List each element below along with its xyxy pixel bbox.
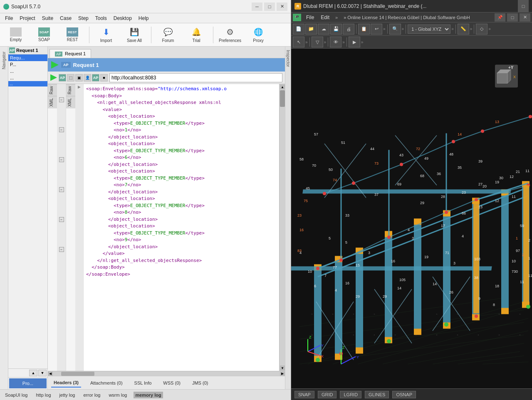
- tree-item-p[interactable]: P...: [8, 61, 47, 68]
- url-icon-2[interactable]: ⬚: [67, 74, 74, 81]
- xml-code-area[interactable]: <soap:Envelope xmlns:soap="http://schema…: [84, 84, 279, 371]
- menu-file[interactable]: File: [2, 15, 16, 22]
- fold-btn-2[interactable]: −: [59, 127, 64, 132]
- svg-text:12: 12: [495, 199, 499, 203]
- jetty-log[interactable]: jetty log: [58, 392, 77, 398]
- svg-text:38: 38: [474, 276, 478, 280]
- proxy-icon: 🌐: [253, 27, 264, 37]
- request-tab-active[interactable]: AP Request 1: [49, 49, 91, 58]
- raw-tab-right[interactable]: Raw: [66, 84, 75, 96]
- url-icon-5[interactable]: AP: [92, 74, 99, 81]
- close-button[interactable]: ✕: [277, 2, 287, 11]
- maximize-button[interactable]: □: [264, 2, 275, 11]
- rfem-tool-save[interactable]: 💾: [330, 24, 342, 35]
- pro-button[interactable]: Pro...: [9, 378, 47, 388]
- vertical-scrollbar[interactable]: ▲ ▼: [279, 84, 285, 371]
- soap-button[interactable]: SOAP SOAP: [32, 25, 57, 45]
- url-icon-3[interactable]: ▣: [75, 74, 83, 81]
- rfem-tool-print[interactable]: 🖨: [343, 24, 354, 35]
- tree-scroll-up[interactable]: ▲: [29, 370, 37, 376]
- url-icon-4[interactable]: 👤: [84, 74, 91, 81]
- rfem-view-dropdown[interactable]: 1 - Global XYZ: [408, 25, 450, 34]
- xml-tab-left[interactable]: XML: [48, 96, 57, 109]
- fold-btn-6[interactable]: −: [59, 247, 64, 252]
- proxy-button[interactable]: 🌐 Proxy: [246, 25, 271, 45]
- memory-log[interactable]: memory log: [134, 392, 163, 398]
- fold-btn-1[interactable]: −: [59, 97, 64, 102]
- rfem-tool-filter[interactable]: ▽: [312, 37, 323, 47]
- rfem-tool-diamond[interactable]: ◇: [476, 24, 487, 35]
- fold-btn-3[interactable]: −: [59, 157, 64, 162]
- xml-tab-right[interactable]: XML: [66, 96, 75, 109]
- menu-suite[interactable]: Suite: [39, 15, 57, 22]
- rfem-tool-run[interactable]: ▶: [349, 37, 360, 47]
- snap-button[interactable]: SNAP: [294, 391, 314, 398]
- headers-tab[interactable]: Headers (3): [51, 378, 81, 388]
- svg-point-8: [457, 334, 458, 336]
- rfem-maximize[interactable]: □: [518, 2, 529, 10]
- rfem-ruler-more: »: [470, 27, 473, 31]
- url-icon-1[interactable]: AP: [59, 74, 66, 81]
- scroll-down-arrow[interactable]: ▼: [280, 365, 285, 370]
- save-all-button[interactable]: 💾 Save All: [122, 25, 147, 45]
- tree-item-request[interactable]: Requ...: [8, 54, 47, 61]
- minimize-button[interactable]: ─: [252, 2, 262, 11]
- osnap-button[interactable]: OSNAP: [392, 391, 416, 398]
- rfem-x-btn[interactable]: ✕: [520, 13, 530, 22]
- rfem-tool-folder[interactable]: 📁: [305, 24, 317, 35]
- glines-button[interactable]: GLINES: [365, 391, 389, 398]
- ssl-tab[interactable]: SSL Info: [132, 379, 154, 387]
- url-icon-6[interactable]: ■: [100, 74, 108, 81]
- rfem-tool-arrow[interactable]: ↩: [371, 24, 382, 35]
- rfem-tool-cloud[interactable]: ☁: [318, 24, 329, 35]
- svg-text:+Y: +Y: [508, 65, 514, 70]
- rfem-menu-file[interactable]: File: [303, 14, 317, 21]
- preferences-button[interactable]: ⚙ Preferences: [218, 25, 242, 45]
- wss-tab[interactable]: WSS (0): [161, 379, 183, 387]
- fold-btn-5[interactable]: −: [59, 217, 64, 222]
- rfem-tool-view2[interactable]: 👁: [330, 37, 341, 47]
- menu-help[interactable]: Help: [135, 15, 152, 22]
- lgrid-button[interactable]: LGRID: [340, 391, 361, 398]
- raw-tab-left[interactable]: Raw: [48, 84, 57, 96]
- rfem-menu-edit[interactable]: Edit: [317, 14, 333, 21]
- horizontal-scrollbar[interactable]: ◀ ▶: [48, 371, 285, 376]
- run-url-button[interactable]: [50, 74, 57, 81]
- rfem-dock-btn[interactable]: 📌: [495, 13, 505, 22]
- rfem-float-btn[interactable]: □: [507, 13, 518, 22]
- rfem-tool-cursor[interactable]: ↖: [293, 37, 304, 47]
- http-log[interactable]: http log: [34, 392, 52, 398]
- menu-step[interactable]: Step: [75, 15, 92, 22]
- grid-button[interactable]: GRID: [318, 391, 337, 398]
- soapui-log[interactable]: SoapUI log: [3, 392, 29, 398]
- tree-scroll-down[interactable]: ▼: [38, 370, 47, 376]
- run-request-button[interactable]: [51, 61, 59, 69]
- forum-button[interactable]: 💬 Forum: [156, 25, 181, 45]
- jms-tab[interactable]: JMS (0): [190, 379, 211, 387]
- menu-desktop[interactable]: Desktop: [110, 15, 135, 22]
- svg-text:4: 4: [335, 288, 337, 292]
- rfem-tool-copy[interactable]: 📋: [358, 24, 370, 35]
- attachments-tab[interactable]: Attachments (0): [88, 379, 125, 387]
- fold-btn-4[interactable]: −: [59, 187, 64, 192]
- menu-project[interactable]: Project: [16, 15, 38, 22]
- rest-button[interactable]: REST REST: [60, 25, 85, 45]
- rfem-tool-zoom[interactable]: 🔍: [389, 24, 401, 35]
- menu-tools[interactable]: Tools: [92, 15, 110, 22]
- tree-item-1[interactable]: ...: [8, 68, 47, 74]
- rfem-tool-ruler[interactable]: 📏: [458, 24, 469, 35]
- menu-case[interactable]: Case: [57, 15, 75, 22]
- scroll-up-arrow[interactable]: ▲: [280, 84, 285, 89]
- tree-item-2[interactable]: ...: [8, 74, 47, 81]
- trial-button[interactable]: 🔔 Trial: [184, 25, 209, 45]
- scroll-left-arrow[interactable]: ◀: [48, 372, 53, 376]
- scroll-right-arrow[interactable]: ▶: [280, 372, 285, 376]
- import-button[interactable]: ⬇ Import: [94, 25, 119, 45]
- tree-item-3[interactable]: ...: [8, 81, 47, 86]
- rfem-tool-new[interactable]: 📄: [293, 24, 304, 35]
- url-input[interactable]: [109, 73, 282, 82]
- empty-button[interactable]: Empty: [3, 25, 28, 45]
- error-log[interactable]: error log: [82, 392, 102, 398]
- wsrm-log[interactable]: wsrm log: [107, 392, 129, 398]
- request-1-tab[interactable]: Request 1: [16, 48, 38, 53]
